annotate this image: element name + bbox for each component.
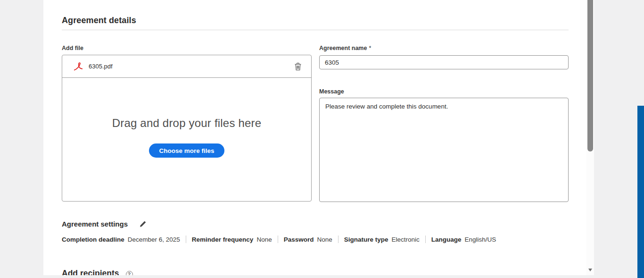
message-textarea[interactable]: Please review and complete this document… xyxy=(319,98,569,202)
title-divider xyxy=(62,30,569,30)
edit-settings-button[interactable] xyxy=(138,219,148,229)
scrollbar-thumb[interactable] xyxy=(587,0,593,152)
app-viewport: Agreement details Add file 6305.pdf xyxy=(0,0,644,278)
setting-signature-type: Signature type Electronic xyxy=(344,236,420,243)
page-title: Agreement details xyxy=(62,16,136,25)
agreement-settings-title: Agreement settings xyxy=(62,220,128,228)
file-dropzone[interactable]: Drag and drop your files here Choose mor… xyxy=(62,78,311,202)
vertical-scrollbar[interactable] xyxy=(586,0,594,275)
delete-file-button[interactable] xyxy=(292,61,304,72)
pdf-acrobat-icon xyxy=(73,61,83,72)
down-arrow-icon[interactable] xyxy=(588,269,592,271)
file-row: 6305.pdf xyxy=(62,55,311,78)
setting-password: Password None xyxy=(284,236,332,243)
right-edge-blue-bar xyxy=(637,106,644,278)
settings-separator xyxy=(278,236,278,243)
agreement-form-panel: Agreement details Add file 6305.pdf xyxy=(43,0,586,275)
agreement-settings-summary: Completion deadline December 6, 2025 Rem… xyxy=(62,236,496,243)
add-recipients-header: Add recipients ? xyxy=(62,269,134,275)
pencil-icon xyxy=(139,219,148,228)
recipients-help-button[interactable]: ? xyxy=(126,270,134,276)
file-list: 6305.pdf Drag and drop xyxy=(62,55,312,202)
setting-language: Language English/US xyxy=(431,236,496,243)
file-name: 6305.pdf xyxy=(89,63,113,70)
agreement-settings-header: Agreement settings xyxy=(62,219,148,229)
agreement-name-input[interactable] xyxy=(319,55,569,69)
add-file-label: Add file xyxy=(62,45,83,51)
setting-completion-deadline: Completion deadline December 6, 2025 xyxy=(62,236,180,243)
required-asterisk: * xyxy=(369,45,371,51)
settings-separator xyxy=(186,236,186,243)
agreement-name-label: Agreement name* xyxy=(319,45,371,51)
trash-icon xyxy=(294,62,302,71)
settings-separator xyxy=(425,236,426,243)
question-circle-icon: ? xyxy=(126,271,133,276)
add-recipients-title: Add recipients xyxy=(62,269,119,275)
setting-reminder-frequency: Reminder frequency None xyxy=(192,236,272,243)
message-label: Message xyxy=(319,88,344,95)
choose-more-files-button[interactable]: Choose more files xyxy=(149,143,224,158)
dropzone-text: Drag and drop your files here xyxy=(112,117,262,130)
settings-separator xyxy=(338,236,339,243)
